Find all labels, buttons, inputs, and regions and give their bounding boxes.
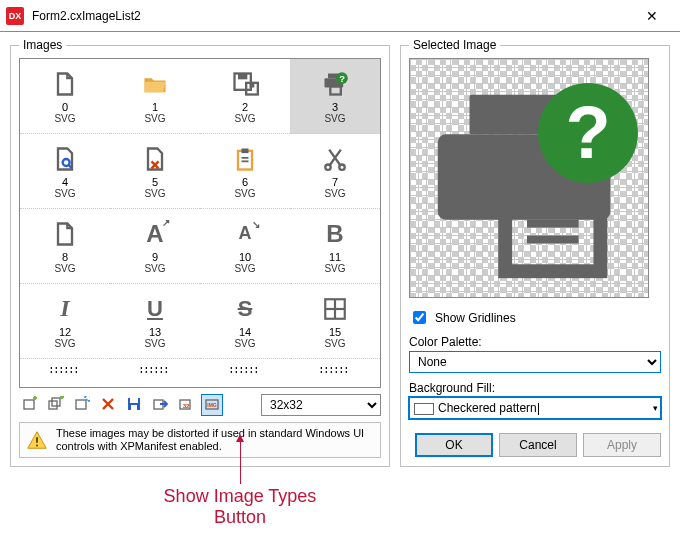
image-index: 8 xyxy=(62,251,68,263)
svg-rect-33 xyxy=(36,445,38,447)
show-gridlines-row[interactable]: Show Gridlines xyxy=(409,308,661,327)
image-cell[interactable]: B 11 SVG xyxy=(290,209,380,284)
svg-rect-25 xyxy=(130,398,138,403)
image-cell[interactable]: 15 SVG xyxy=(290,284,380,359)
image-type: SVG xyxy=(54,338,75,349)
image-type: SVG xyxy=(324,263,345,274)
italic-icon: I xyxy=(50,294,80,324)
delete-image-button[interactable] xyxy=(97,394,119,416)
preview: ? xyxy=(409,58,649,298)
image-cell[interactable]: 6 SVG xyxy=(200,134,290,209)
save-image-button[interactable] xyxy=(123,394,145,416)
show-gridlines-checkbox[interactable] xyxy=(413,311,426,324)
image-cell[interactable]: 7 SVG xyxy=(290,134,380,209)
image-cell[interactable]: I 12 SVG xyxy=(20,284,110,359)
selected-image-group-label: Selected Image xyxy=(409,38,500,52)
image-cell[interactable]: 4 SVG xyxy=(20,134,110,209)
borders-icon xyxy=(320,294,350,324)
image-type: SVG xyxy=(324,188,345,199)
image-type: SVG xyxy=(54,263,75,274)
replace-image-button[interactable] xyxy=(71,394,93,416)
apply-button: Apply xyxy=(583,433,661,457)
cancel-button[interactable]: Cancel xyxy=(499,433,577,457)
strike-icon: S xyxy=(230,294,260,324)
image-size-icon: 32 xyxy=(178,396,194,415)
size-combo[interactable]: 32x32 xyxy=(261,394,381,416)
titlebar: DX Form2.cxImageList2 ✕ xyxy=(0,0,680,32)
add-images-button[interactable] xyxy=(45,394,67,416)
svg-rect-1 xyxy=(238,73,247,79)
svg-rect-12 xyxy=(242,148,249,153)
print-help-icon: ? xyxy=(320,69,350,99)
image-index: 13 xyxy=(149,326,161,338)
image-index: 7 xyxy=(332,176,338,188)
image-size-button[interactable]: 32 xyxy=(175,394,197,416)
svg-rect-32 xyxy=(36,437,38,443)
image-type: SVG xyxy=(54,113,75,124)
image-cell[interactable]: 2 SVG xyxy=(200,59,290,134)
app-icon: DX xyxy=(6,7,24,25)
svg-rect-3 xyxy=(250,82,255,87)
background-fill-combo[interactable]: Checkered pattern ▾ xyxy=(409,397,661,419)
image-cell[interactable]: 0 SVG xyxy=(20,59,110,134)
page-delete-icon xyxy=(140,144,170,174)
svg-text:IMG: IMG xyxy=(207,402,217,408)
svg-rect-11 xyxy=(238,150,252,169)
help-badge-icon: ? xyxy=(538,83,638,183)
close-button[interactable]: ✕ xyxy=(632,2,672,30)
show-image-types-button[interactable]: IMG xyxy=(201,394,223,416)
image-cell[interactable]: U 13 SVG xyxy=(110,284,200,359)
image-type: SVG xyxy=(234,113,255,124)
warning-icon xyxy=(26,428,48,452)
add-image-button[interactable] xyxy=(19,394,41,416)
image-type: SVG xyxy=(234,338,255,349)
image-cell[interactable]: 5 SVG xyxy=(110,134,200,209)
window-title: Form2.cxImageList2 xyxy=(32,9,632,23)
image-index: 9 xyxy=(152,251,158,263)
image-type: SVG xyxy=(144,188,165,199)
clipboard-icon xyxy=(230,144,260,174)
images-group: Images 0 SVG 1 SVG 2 SVG? 3 SVG 4 SVG 5 … xyxy=(10,38,390,467)
image-cell[interactable]: 8 SVG xyxy=(20,209,110,284)
image-type: SVG xyxy=(324,113,345,124)
image-index: 10 xyxy=(239,251,251,263)
image-index: 4 xyxy=(62,176,68,188)
image-cell[interactable]: 1 SVG xyxy=(110,59,200,134)
color-palette-combo[interactable]: None xyxy=(409,351,661,373)
svg-rect-38 xyxy=(527,236,579,244)
save-as-icon xyxy=(230,69,260,99)
font-shrink-icon: A↘ xyxy=(230,219,260,249)
underline-icon: U xyxy=(140,294,170,324)
font-a-icon: A↗ xyxy=(140,219,170,249)
image-toolbar: 32IMG32x32 xyxy=(19,394,381,416)
blank-page-icon xyxy=(50,219,80,249)
image-type: SVG xyxy=(144,338,165,349)
new-file-icon xyxy=(50,69,80,99)
svg-point-16 xyxy=(339,164,344,169)
svg-rect-37 xyxy=(527,220,579,228)
svg-rect-21 xyxy=(49,401,57,409)
page-search-icon xyxy=(50,144,80,174)
image-cell[interactable]: ? 3 SVG xyxy=(290,59,380,134)
add-images-icon xyxy=(48,396,64,415)
svg-rect-23 xyxy=(76,400,86,409)
cut-icon xyxy=(320,144,350,174)
image-cell[interactable]: A↘ 10 SVG xyxy=(200,209,290,284)
image-cell[interactable]: A↗ 9 SVG xyxy=(110,209,200,284)
image-index: 12 xyxy=(59,326,71,338)
color-palette-label: Color Palette: xyxy=(409,335,661,349)
export-image-button[interactable] xyxy=(149,394,171,416)
replace-image-icon xyxy=(74,396,90,415)
svg-rect-6 xyxy=(330,86,341,94)
image-list[interactable]: 0 SVG 1 SVG 2 SVG? 3 SVG 4 SVG 5 SVG 6 S… xyxy=(19,58,381,388)
image-type: SVG xyxy=(234,263,255,274)
image-cell[interactable]: S 14 SVG xyxy=(200,284,290,359)
add-image-icon xyxy=(22,396,38,415)
image-index: 14 xyxy=(239,326,251,338)
image-index: 0 xyxy=(62,101,68,113)
background-fill-label: Background Fill: xyxy=(409,381,661,395)
image-index: 3 xyxy=(332,101,338,113)
ok-button[interactable]: OK xyxy=(415,433,493,457)
show-gridlines-label: Show Gridlines xyxy=(435,311,516,325)
image-index: 1 xyxy=(152,101,158,113)
